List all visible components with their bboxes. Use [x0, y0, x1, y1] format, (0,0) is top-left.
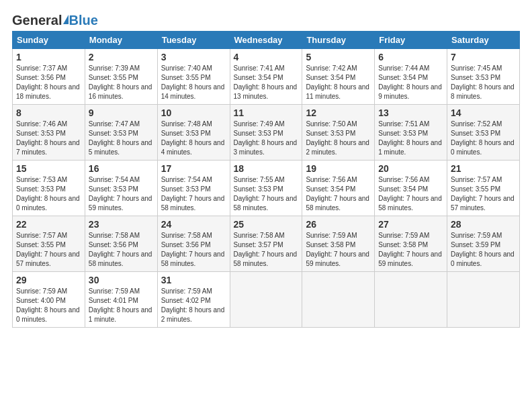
day-info: Sunrise: 7:59 AMSunset: 3:58 PMDaylight:… — [306, 231, 371, 269]
calendar-cell: 24Sunrise: 7:58 AMSunset: 3:56 PMDayligh… — [157, 216, 230, 272]
day-info: Sunrise: 7:37 AMSunset: 3:56 PMDaylight:… — [16, 64, 81, 101]
page-container: General Blue SundayMondayTuesdayWednesda… — [0, 0, 532, 334]
day-info: Sunrise: 7:57 AMSunset: 3:55 PMDaylight:… — [16, 231, 81, 269]
day-info: Sunrise: 7:47 AMSunset: 3:53 PMDaylight:… — [89, 120, 154, 157]
day-number: 22 — [16, 219, 81, 230]
day-number: 13 — [378, 107, 443, 118]
calendar-week-3: 15Sunrise: 7:53 AMSunset: 3:53 PMDayligh… — [13, 161, 520, 216]
day-info: Sunrise: 7:55 AMSunset: 3:53 PMDaylight:… — [234, 175, 299, 213]
day-info: Sunrise: 7:41 AMSunset: 3:54 PMDaylight:… — [234, 64, 299, 101]
day-info: Sunrise: 7:39 AMSunset: 3:55 PMDaylight:… — [89, 64, 154, 101]
day-info: Sunrise: 7:59 AMSunset: 3:59 PMDaylight:… — [451, 231, 516, 269]
day-number: 10 — [161, 107, 226, 118]
calendar-cell: 14Sunrise: 7:52 AMSunset: 3:53 PMDayligh… — [447, 105, 520, 161]
calendar-cell — [447, 272, 520, 328]
day-info: Sunrise: 7:52 AMSunset: 3:53 PMDaylight:… — [451, 120, 516, 157]
calendar-cell — [375, 272, 447, 328]
calendar-cell: 23Sunrise: 7:58 AMSunset: 3:56 PMDayligh… — [85, 216, 157, 272]
day-number: 12 — [306, 107, 371, 118]
day-info: Sunrise: 7:57 AMSunset: 3:55 PMDaylight:… — [451, 175, 516, 213]
calendar-cell: 28Sunrise: 7:59 AMSunset: 3:59 PMDayligh… — [447, 216, 520, 272]
day-info: Sunrise: 7:45 AMSunset: 3:53 PMDaylight:… — [451, 64, 516, 101]
day-number: 27 — [378, 219, 443, 230]
day-number: 18 — [234, 163, 299, 174]
day-info: Sunrise: 7:49 AMSunset: 3:53 PMDaylight:… — [234, 120, 299, 157]
calendar-cell: 20Sunrise: 7:56 AMSunset: 3:54 PMDayligh… — [375, 161, 447, 216]
day-info: Sunrise: 7:56 AMSunset: 3:54 PMDaylight:… — [306, 175, 371, 213]
day-info: Sunrise: 7:59 AMSunset: 4:00 PMDaylight:… — [16, 287, 81, 324]
calendar-cell: 21Sunrise: 7:57 AMSunset: 3:55 PMDayligh… — [447, 161, 520, 216]
logo-general: General — [12, 13, 62, 27]
calendar-cell: 26Sunrise: 7:59 AMSunset: 3:58 PMDayligh… — [302, 216, 375, 272]
day-info: Sunrise: 7:54 AMSunset: 3:53 PMDaylight:… — [161, 175, 226, 213]
day-number: 8 — [16, 107, 81, 118]
day-info: Sunrise: 7:54 AMSunset: 3:53 PMDaylight:… — [89, 175, 154, 213]
calendar-cell — [302, 272, 375, 328]
calendar-header-friday: Friday — [375, 32, 447, 49]
day-info: Sunrise: 7:59 AMSunset: 4:02 PMDaylight:… — [161, 287, 226, 324]
calendar-header-wednesday: Wednesday — [230, 32, 302, 49]
day-number: 21 — [451, 163, 516, 174]
day-info: Sunrise: 7:59 AMSunset: 4:01 PMDaylight:… — [89, 287, 154, 324]
calendar-header-tuesday: Tuesday — [157, 32, 230, 49]
day-number: 20 — [378, 163, 443, 174]
day-info: Sunrise: 7:44 AMSunset: 3:54 PMDaylight:… — [378, 64, 443, 101]
day-info: Sunrise: 7:58 AMSunset: 3:56 PMDaylight:… — [161, 231, 226, 269]
day-info: Sunrise: 7:50 AMSunset: 3:53 PMDaylight:… — [306, 120, 371, 157]
calendar-cell: 31Sunrise: 7:59 AMSunset: 4:02 PMDayligh… — [157, 272, 230, 328]
day-number: 14 — [451, 107, 516, 118]
calendar-cell: 11Sunrise: 7:49 AMSunset: 3:53 PMDayligh… — [230, 105, 302, 161]
logo: General Blue — [12, 13, 98, 27]
day-info: Sunrise: 7:58 AMSunset: 3:56 PMDaylight:… — [89, 231, 154, 269]
calendar-cell: 18Sunrise: 7:55 AMSunset: 3:53 PMDayligh… — [230, 161, 302, 216]
calendar-cell: 22Sunrise: 7:57 AMSunset: 3:55 PMDayligh… — [13, 216, 85, 272]
day-info: Sunrise: 7:58 AMSunset: 3:57 PMDaylight:… — [234, 231, 299, 269]
calendar-header-row: SundayMondayTuesdayWednesdayThursdayFrid… — [13, 32, 520, 49]
calendar-cell: 15Sunrise: 7:53 AMSunset: 3:53 PMDayligh… — [13, 161, 85, 216]
day-number: 7 — [451, 52, 516, 62]
day-info: Sunrise: 7:48 AMSunset: 3:53 PMDaylight:… — [161, 120, 226, 157]
day-info: Sunrise: 7:42 AMSunset: 3:54 PMDaylight:… — [306, 64, 371, 101]
day-info: Sunrise: 7:40 AMSunset: 3:55 PMDaylight:… — [161, 64, 226, 101]
day-number: 2 — [89, 52, 154, 62]
logo-icon — [63, 15, 69, 24]
calendar-cell: 12Sunrise: 7:50 AMSunset: 3:53 PMDayligh… — [302, 105, 375, 161]
calendar-body: 1Sunrise: 7:37 AMSunset: 3:56 PMDaylight… — [13, 49, 520, 328]
calendar-cell: 19Sunrise: 7:56 AMSunset: 3:54 PMDayligh… — [302, 161, 375, 216]
calendar-cell — [230, 272, 302, 328]
calendar-header-sunday: Sunday — [13, 32, 85, 49]
day-number: 31 — [161, 275, 226, 285]
day-info: Sunrise: 7:56 AMSunset: 3:54 PMDaylight:… — [378, 175, 443, 213]
calendar-cell: 13Sunrise: 7:51 AMSunset: 3:53 PMDayligh… — [375, 105, 447, 161]
day-number: 4 — [234, 52, 299, 62]
day-number: 1 — [16, 52, 81, 62]
calendar-cell: 30Sunrise: 7:59 AMSunset: 4:01 PMDayligh… — [85, 272, 157, 328]
calendar-table: SundayMondayTuesdayWednesdayThursdayFrid… — [12, 31, 520, 328]
day-number: 17 — [161, 163, 226, 174]
day-number: 16 — [89, 163, 154, 174]
calendar-cell: 17Sunrise: 7:54 AMSunset: 3:53 PMDayligh… — [157, 161, 230, 216]
day-number: 3 — [161, 52, 226, 62]
calendar-cell: 7Sunrise: 7:45 AMSunset: 3:53 PMDaylight… — [447, 49, 520, 105]
day-number: 9 — [89, 107, 154, 118]
day-number: 26 — [306, 219, 371, 230]
day-number: 6 — [378, 52, 443, 62]
calendar-cell: 8Sunrise: 7:46 AMSunset: 3:53 PMDaylight… — [13, 105, 85, 161]
calendar-header-thursday: Thursday — [302, 32, 375, 49]
calendar-cell: 6Sunrise: 7:44 AMSunset: 3:54 PMDaylight… — [375, 49, 447, 105]
calendar-week-5: 29Sunrise: 7:59 AMSunset: 4:00 PMDayligh… — [13, 272, 520, 328]
day-info: Sunrise: 7:53 AMSunset: 3:53 PMDaylight:… — [16, 175, 81, 213]
calendar-cell: 27Sunrise: 7:59 AMSunset: 3:58 PMDayligh… — [375, 216, 447, 272]
calendar-cell: 25Sunrise: 7:58 AMSunset: 3:57 PMDayligh… — [230, 216, 302, 272]
calendar-header-monday: Monday — [85, 32, 157, 49]
day-number: 19 — [306, 163, 371, 174]
calendar-cell: 4Sunrise: 7:41 AMSunset: 3:54 PMDaylight… — [230, 49, 302, 105]
day-number: 5 — [306, 52, 371, 62]
calendar-cell: 10Sunrise: 7:48 AMSunset: 3:53 PMDayligh… — [157, 105, 230, 161]
logo-text: General Blue — [12, 13, 98, 27]
header: General Blue — [12, 11, 520, 27]
calendar-week-4: 22Sunrise: 7:57 AMSunset: 3:55 PMDayligh… — [13, 216, 520, 272]
day-info: Sunrise: 7:51 AMSunset: 3:53 PMDaylight:… — [378, 120, 443, 157]
day-info: Sunrise: 7:46 AMSunset: 3:53 PMDaylight:… — [16, 120, 81, 157]
day-info: Sunrise: 7:59 AMSunset: 3:58 PMDaylight:… — [378, 231, 443, 269]
